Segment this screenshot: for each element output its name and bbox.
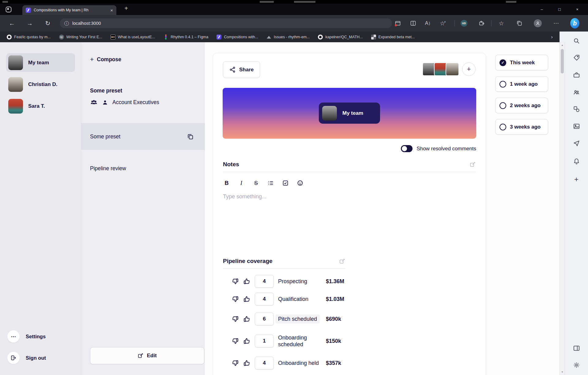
share-button[interactable]: Share	[223, 61, 260, 78]
split-screen-icon[interactable]	[409, 19, 418, 28]
thumbs-down-icon[interactable]	[232, 295, 239, 303]
sidebar-item-my-team[interactable]: My team	[6, 53, 75, 72]
week-filter-1-week-ago[interactable]: 1 week ago	[495, 76, 548, 92]
notes-editor[interactable]: Type something...	[223, 193, 266, 200]
settings-gear-icon[interactable]	[572, 361, 580, 369]
bookmark-item[interactable]: kapelner/QC_MATH...	[318, 35, 363, 39]
bookmark-item[interactable]: Issues - rhythm-em...	[266, 35, 310, 39]
send-icon[interactable]	[572, 139, 580, 147]
week-filter-this-week[interactable]: ✓ This week	[495, 55, 548, 70]
checklist-icon[interactable]	[282, 179, 289, 187]
preset-item-some-preset[interactable]: Some preset	[81, 123, 205, 150]
scroll-up-arrow[interactable]: ▲	[560, 44, 565, 47]
member-avatar[interactable]	[446, 62, 459, 76]
tab-actions-icon[interactable]	[5, 6, 12, 13]
presets-panel: + Compose Some preset Account Executives…	[81, 42, 205, 375]
thumbs-up-icon[interactable]	[243, 315, 251, 323]
bookmark-item[interactable]: Rhythm 0.4.1 – Figma	[163, 35, 208, 39]
notifications-bell-icon[interactable]	[572, 157, 580, 165]
tab-close-icon[interactable]: ×	[110, 8, 113, 13]
check-icon: ✓	[499, 59, 506, 66]
thumbs-up-icon[interactable]	[243, 278, 251, 285]
designer-icon[interactable]	[572, 105, 580, 113]
read-aloud-icon[interactable]: A)	[423, 19, 432, 28]
page-scrollbar[interactable]: ▲ ▼	[560, 42, 565, 375]
stage-name: Qualification	[278, 296, 324, 303]
add-member-button[interactable]: +	[462, 62, 476, 76]
tracking-prevention-icon[interactable]	[393, 19, 402, 28]
sidebar-item-christian[interactable]: Christian D.	[6, 75, 75, 94]
week-filter-3-weeks-ago[interactable]: 3 weeks ago	[495, 119, 548, 135]
bold-button[interactable]: B	[223, 179, 230, 187]
italic-button[interactable]: I	[238, 179, 245, 187]
thumbs-down-icon[interactable]	[232, 315, 239, 323]
thumbs-down-icon[interactable]	[232, 337, 239, 345]
new-tab-button[interactable]: +	[122, 5, 130, 12]
search-icon[interactable]	[572, 37, 580, 45]
profile-avatar[interactable]	[533, 19, 542, 28]
edit-pipeline-icon[interactable]	[339, 258, 345, 264]
member-avatar-group: +	[424, 62, 476, 76]
emoji-icon[interactable]	[296, 179, 304, 187]
bookmarks-overflow-chevron[interactable]: ›	[551, 34, 553, 40]
stage-amount: $150k	[326, 338, 341, 344]
scrollbar-thumb[interactable]	[561, 49, 564, 73]
thumbs-up-icon[interactable]	[243, 295, 251, 303]
edit-notes-icon[interactable]	[469, 161, 476, 168]
bookmark-item[interactable]: Compositions with...	[217, 35, 258, 39]
bookmark-item[interactable]: DEVWhat is useLayoutE...	[111, 35, 155, 39]
duplicate-icon[interactable]	[187, 133, 194, 140]
team-pill[interactable]: My team	[319, 103, 380, 124]
maximize-button[interactable]: □	[551, 4, 568, 15]
collections-icon[interactable]	[515, 19, 524, 28]
edit-presets-button[interactable]: Edit	[90, 347, 204, 364]
week-label: 2 weeks ago	[510, 103, 541, 109]
thumbs-up-icon[interactable]	[243, 337, 251, 345]
thumbs-down-icon[interactable]	[232, 278, 239, 285]
thumbs-down-icon[interactable]	[232, 359, 239, 367]
preset-item-pipeline-review[interactable]: Pipeline review	[90, 165, 126, 172]
resolved-comments-toggle[interactable]	[401, 145, 413, 152]
refresh-button[interactable]: ↻	[43, 19, 53, 27]
site-info-icon[interactable]: i	[64, 21, 69, 26]
stage-name: Onboarding scheduled	[278, 334, 324, 348]
bing-icon[interactable]: b	[570, 19, 579, 28]
add-favorite-icon[interactable]: ☆+	[438, 19, 447, 28]
compose-button[interactable]: + Compose	[90, 56, 121, 63]
toolbar-separator	[491, 20, 492, 26]
image-tools-icon[interactable]	[572, 122, 580, 130]
extensions-puzzle-icon[interactable]	[477, 19, 486, 28]
bullet-list-icon[interactable]	[267, 179, 274, 187]
minimize-button[interactable]: –	[533, 4, 551, 15]
people-icon[interactable]	[572, 88, 580, 96]
thumbs-up-icon[interactable]	[243, 359, 251, 367]
sidebar-item-label: Christian D.	[28, 81, 57, 88]
vote-count: 4	[255, 293, 274, 306]
team-pill-label: My team	[342, 110, 363, 116]
browser-menu-icon[interactable]: ⋯	[552, 19, 561, 28]
pipeline-row: 1 Onboarding scheduled $150k	[223, 330, 476, 352]
extension-ud-icon[interactable]: UD	[459, 19, 469, 28]
settings-button[interactable]: ⋯ Settings	[7, 330, 46, 343]
add-sidebar-item-icon[interactable]: +	[572, 175, 580, 183]
bookmark-item[interactable]: Expanded beta met...	[371, 35, 415, 39]
scroll-down-arrow[interactable]: ▼	[560, 371, 565, 373]
sign-out-button[interactable]: Sign out	[7, 352, 46, 364]
window-close-button[interactable]: ×	[568, 4, 586, 15]
favorites-icon[interactable]: ☆	[497, 19, 506, 28]
bookmark-item[interactable]: Feat/ic quotas by m...	[7, 35, 51, 39]
sidebar-panel-icon[interactable]	[572, 344, 580, 352]
shopping-tag-icon[interactable]	[572, 54, 580, 62]
back-button[interactable]: ←	[7, 19, 17, 27]
forward-button[interactable]: →	[24, 19, 35, 27]
toolbar-separator	[454, 20, 455, 26]
tools-icon[interactable]	[572, 71, 580, 79]
pipeline-row: 4 Prospecting $1.36M	[223, 272, 476, 290]
sidebar-item-sara[interactable]: Sara T.	[6, 97, 75, 115]
team-avatar	[322, 106, 337, 121]
bookmark-item[interactable]: cyWriting Your First E...	[59, 35, 102, 39]
browser-tab[interactable]: Compositions with My team | Rh ×	[22, 5, 116, 15]
strikethrough-button[interactable]: S	[252, 179, 260, 187]
address-bar[interactable]: i localhost:3000	[60, 18, 392, 28]
week-filter-2-weeks-ago[interactable]: 2 weeks ago	[495, 98, 548, 113]
